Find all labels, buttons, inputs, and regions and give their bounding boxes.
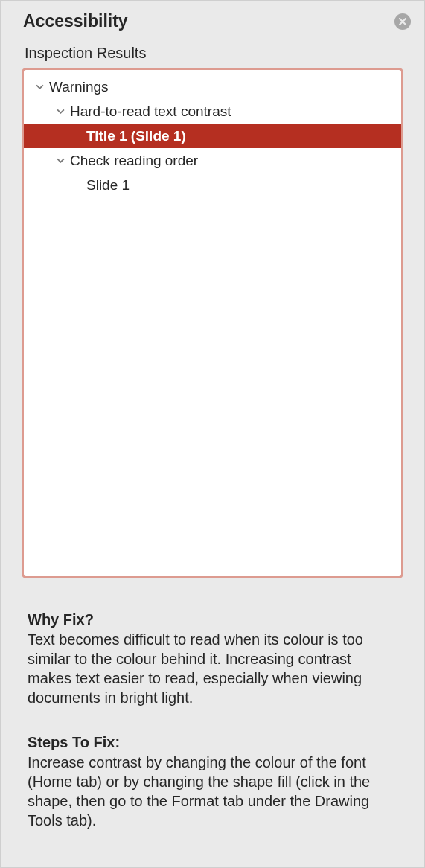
close-button[interactable] <box>394 13 411 30</box>
inspection-results-label: Inspection Results <box>1 37 424 68</box>
inspection-results-list: Warnings Hard-to-read text contrast Titl… <box>22 68 403 578</box>
close-icon <box>399 15 406 28</box>
tree-group-contrast[interactable]: Hard-to-read text contrast <box>24 99 401 124</box>
tree-label: Warnings <box>49 79 109 95</box>
tree-label: Hard-to-read text contrast <box>70 103 231 120</box>
chevron-down-icon <box>34 82 45 92</box>
tree-label: Title 1 (Slide 1) <box>86 128 186 144</box>
tree-label: Check reading order <box>70 153 198 169</box>
tree-label: Slide 1 <box>86 177 130 194</box>
panel-header: Accessibility <box>1 1 424 37</box>
tree-group-reading-order[interactable]: Check reading order <box>24 148 401 173</box>
tree-item-slide1[interactable]: Slide 1 <box>24 173 401 197</box>
chevron-down-icon <box>55 156 65 166</box>
tree-group-warnings[interactable]: Warnings <box>24 74 401 99</box>
why-fix-heading: Why Fix? <box>28 611 397 628</box>
details-section: Why Fix? Text becomes difficult to read … <box>1 578 424 830</box>
accessibility-panel: Accessibility Inspection Results Warning… <box>0 0 425 868</box>
steps-to-fix-heading: Steps To Fix: <box>28 734 397 751</box>
tree-item-title1-slide1[interactable]: Title 1 (Slide 1) <box>24 124 401 148</box>
why-fix-body: Text becomes difficult to read when its … <box>28 630 397 707</box>
chevron-down-icon <box>55 106 65 117</box>
steps-to-fix-body: Increase contrast by changing the colour… <box>28 753 397 830</box>
panel-title: Accessibility <box>23 11 128 31</box>
